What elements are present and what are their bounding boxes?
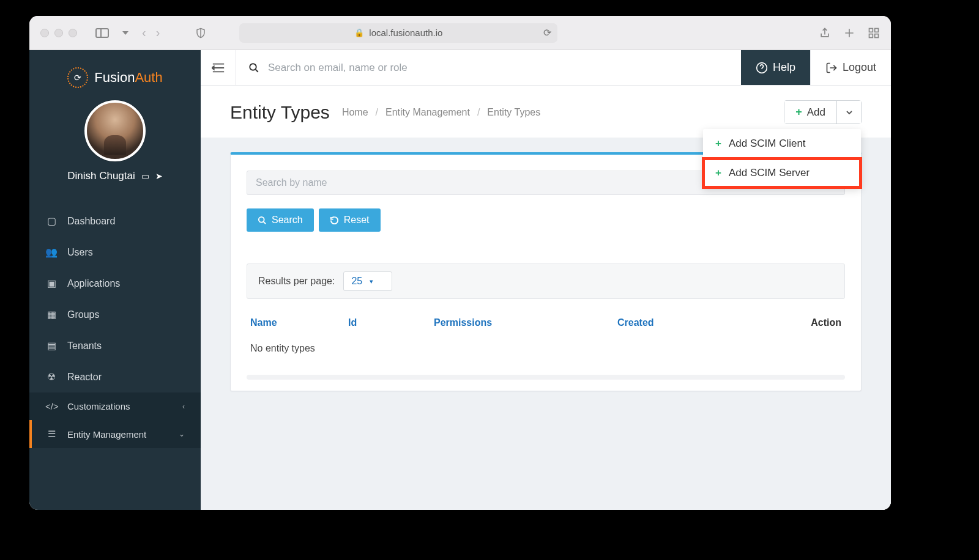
global-search xyxy=(236,62,741,74)
groups-icon: ▦ xyxy=(45,309,58,320)
topbar: Help Logout xyxy=(201,50,891,86)
back-button[interactable]: ‹ xyxy=(140,26,149,40)
code-icon: </> xyxy=(45,401,58,411)
share-icon[interactable] xyxy=(819,27,831,39)
user-name: Dinish Chugtai ▭ ➤ xyxy=(29,170,201,182)
add-button-group: + Add + Add SCIM Client + Add SCIM S xyxy=(784,100,862,124)
help-icon xyxy=(756,62,768,74)
minimize-window-icon[interactable] xyxy=(54,29,63,37)
tab-overview-icon[interactable] xyxy=(868,27,880,39)
help-button[interactable]: Help xyxy=(741,50,810,85)
add-scim-server-item[interactable]: + Add SCIM Server xyxy=(703,158,861,188)
brand-name: FusionAuth xyxy=(94,70,162,86)
entity-types-table: Name Id Permissions Created Action No en… xyxy=(231,299,861,371)
plus-icon: + xyxy=(715,138,721,150)
sidebar-item-applications[interactable]: ▣Applications xyxy=(29,268,201,299)
url-text: local.fusionauth.io xyxy=(369,28,442,38)
chevron-down-icon: ⌄ xyxy=(179,430,185,438)
entity-types-panel: Search Reset Results per page: 25 xyxy=(230,152,862,391)
address-bar[interactable]: 🔒 local.fusionauth.io ⟳ xyxy=(239,23,557,43)
col-name[interactable]: Name xyxy=(250,317,348,328)
add-dropdown-menu: + Add SCIM Client + Add SCIM Server xyxy=(703,129,861,188)
page-title: Entity Types xyxy=(230,102,330,123)
close-window-icon[interactable] xyxy=(40,29,49,37)
sidebar: ⟳ FusionAuth Dinish Chugtai ▭ ➤ ▢Dashboa… xyxy=(29,50,201,510)
global-search-input[interactable] xyxy=(268,62,729,74)
breadcrumb-home[interactable]: Home xyxy=(342,107,368,118)
reactor-icon: ☢ xyxy=(45,371,58,383)
chevron-left-icon: ‹ xyxy=(182,402,185,411)
profile-block: Dinish Chugtai ▭ ➤ xyxy=(29,97,201,194)
results-per-page-select[interactable]: 25 ▾ xyxy=(343,271,392,291)
location-arrow-icon[interactable]: ➤ xyxy=(155,171,163,181)
col-id[interactable]: Id xyxy=(348,317,434,328)
svg-rect-2 xyxy=(869,34,873,37)
add-button[interactable]: + Add xyxy=(784,101,836,123)
window-controls[interactable] xyxy=(40,29,77,37)
table-empty-row: No entity types xyxy=(247,334,845,363)
col-created[interactable]: Created xyxy=(617,317,752,328)
table-header: Name Id Permissions Created Action xyxy=(247,311,845,334)
plus-icon: + xyxy=(715,167,721,179)
avatar[interactable] xyxy=(84,100,146,161)
sidebar-item-users[interactable]: 👥Users xyxy=(29,237,201,268)
sidebar-section-customizations[interactable]: </>Customizations‹ xyxy=(29,392,201,420)
add-dropdown-toggle[interactable] xyxy=(836,101,861,123)
browser-toolbar: ‹ › 🔒 local.fusionauth.io ⟳ xyxy=(29,16,891,50)
svg-point-6 xyxy=(259,216,264,222)
browser-window: ‹ › 🔒 local.fusionauth.io ⟳ ⟳ F xyxy=(29,16,891,510)
reload-icon[interactable]: ⟳ xyxy=(543,27,551,39)
add-scim-client-item[interactable]: + Add SCIM Client xyxy=(703,129,861,158)
sidebar-item-groups[interactable]: ▦Groups xyxy=(29,299,201,330)
app-shell: ⟳ FusionAuth Dinish Chugtai ▭ ➤ ▢Dashboa… xyxy=(29,50,891,510)
col-permissions[interactable]: Permissions xyxy=(434,317,617,328)
building-icon: ▤ xyxy=(45,340,58,352)
sidebar-item-reactor[interactable]: ☢Reactor xyxy=(29,361,201,392)
sidebar-toggle-button[interactable] xyxy=(93,24,111,42)
lock-icon: 🔒 xyxy=(354,28,364,37)
page-header: Entity Types Home / Entity Management / … xyxy=(201,86,891,138)
reset-button[interactable]: Reset xyxy=(319,208,381,232)
content-area: Search Reset Results per page: 25 xyxy=(201,138,891,510)
svg-rect-0 xyxy=(869,28,873,32)
logout-icon xyxy=(825,62,838,74)
breadcrumb-entity-types: Entity Types xyxy=(487,107,540,118)
breadcrumb-entity-management[interactable]: Entity Management xyxy=(385,107,470,118)
users-icon: 👥 xyxy=(45,246,58,258)
sidebar-nav: ▢Dashboard 👥Users ▣Applications ▦Groups … xyxy=(29,194,201,448)
svg-rect-3 xyxy=(875,34,879,37)
new-tab-icon[interactable] xyxy=(843,27,855,39)
id-card-icon[interactable]: ▭ xyxy=(141,171,149,181)
logout-button[interactable]: Logout xyxy=(810,50,891,85)
brand-logo[interactable]: ⟳ FusionAuth xyxy=(29,50,201,97)
dashboard-icon: ▢ xyxy=(45,215,58,227)
search-icon xyxy=(248,62,259,73)
results-per-page-bar: Results per page: 25 ▾ xyxy=(247,263,845,299)
main-area: Help Logout Entity Types Home / Entity M… xyxy=(201,50,891,510)
privacy-shield-icon[interactable] xyxy=(192,24,210,42)
plus-icon: + xyxy=(795,106,802,119)
sidebar-section-entity-management[interactable]: ☰Entity Management⌄ xyxy=(29,420,201,448)
sidebar-toggle-menu[interactable] xyxy=(116,24,135,42)
svg-point-4 xyxy=(250,64,256,70)
svg-rect-1 xyxy=(875,28,879,32)
sidebar-item-tenants[interactable]: ▤Tenants xyxy=(29,330,201,361)
forward-button[interactable]: › xyxy=(154,26,163,40)
sidebar-item-dashboard[interactable]: ▢Dashboard xyxy=(29,205,201,237)
server-icon: ☰ xyxy=(45,429,58,440)
results-per-page-label: Results per page: xyxy=(258,276,335,287)
chevron-down-icon: ▾ xyxy=(370,278,373,286)
collapse-sidebar-button[interactable] xyxy=(201,50,236,85)
brand-mark-icon: ⟳ xyxy=(67,67,88,88)
col-action: Action xyxy=(752,317,841,328)
zoom-window-icon[interactable] xyxy=(69,29,77,37)
search-button[interactable]: Search xyxy=(247,208,314,232)
cube-icon: ▣ xyxy=(45,278,58,289)
horizontal-scrollbar[interactable] xyxy=(247,375,845,380)
breadcrumb: Home / Entity Management / Entity Types xyxy=(342,107,540,118)
